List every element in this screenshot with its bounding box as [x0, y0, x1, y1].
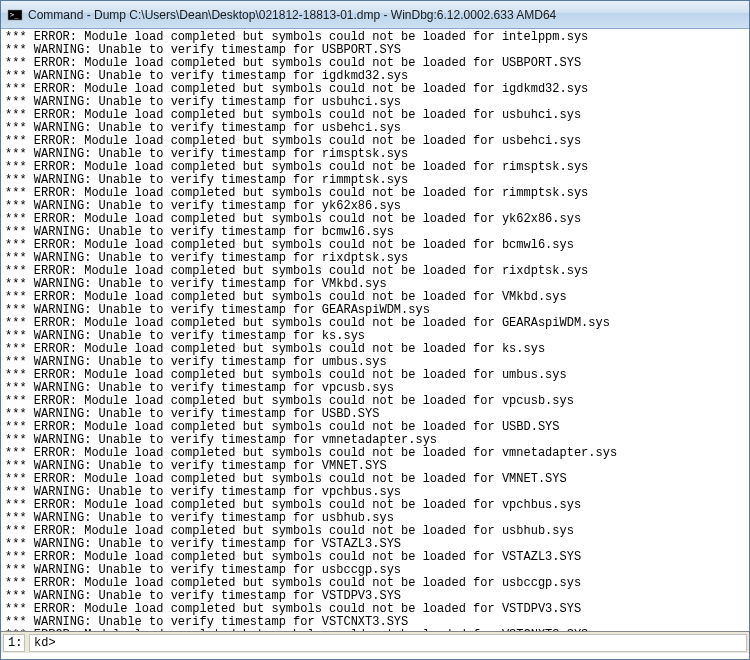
status-bar: 1: kd>	[1, 631, 749, 653]
window-title: Command - Dump C:\Users\Dean\Desktop\021…	[28, 8, 556, 22]
svg-text:>_: >_	[10, 11, 19, 19]
status-column: 1:	[3, 634, 25, 652]
app-icon: >_	[7, 7, 23, 23]
command-prompt[interactable]: kd>	[29, 634, 747, 652]
console-output[interactable]: *** ERROR: Module load completed but sym…	[1, 29, 749, 631]
window-titlebar[interactable]: >_ Command - Dump C:\Users\Dean\Desktop\…	[1, 1, 749, 29]
